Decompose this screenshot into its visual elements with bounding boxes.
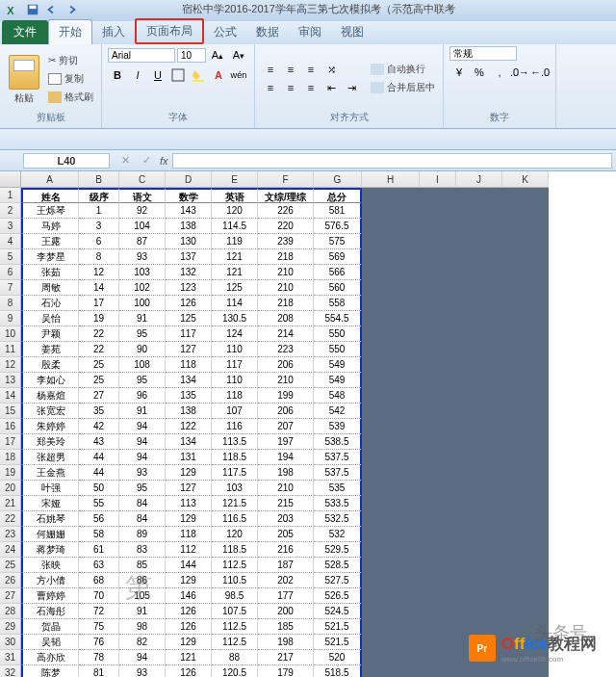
table-cell[interactable]: 14 [79, 280, 119, 296]
table-cell[interactable]: 张宽宏 [21, 404, 79, 419]
table-cell[interactable]: 127 [166, 481, 212, 496]
table-cell[interactable]: 206 [258, 404, 314, 419]
table-cell[interactable]: 560 [314, 280, 362, 296]
table-cell[interactable]: 116 [212, 419, 258, 434]
table-cell[interactable]: 19 [79, 311, 119, 326]
row-header[interactable]: 25 [0, 558, 21, 573]
table-cell[interactable]: 22 [79, 326, 119, 342]
indent-increase-icon[interactable]: ⇥ [342, 79, 361, 96]
table-cell[interactable]: 103 [119, 265, 166, 280]
table-cell[interactable]: 93 [119, 249, 166, 265]
table-cell[interactable]: 146 [166, 588, 212, 604]
table-cell[interactable]: 187 [258, 558, 314, 573]
table-cell[interactable]: 李如心 [21, 373, 79, 388]
table-cell[interactable]: 200 [258, 604, 314, 619]
tab-view[interactable]: 视图 [331, 20, 373, 44]
underline-button[interactable]: U [148, 66, 167, 84]
table-header-cell[interactable]: 级序 [79, 188, 119, 203]
tab-review[interactable]: 审阅 [289, 20, 331, 44]
table-cell[interactable]: 81 [79, 665, 119, 677]
table-cell[interactable]: 高亦欣 [21, 650, 79, 665]
table-cell[interactable]: 93 [119, 465, 166, 481]
table-cell[interactable]: 554.5 [314, 311, 362, 326]
row-header[interactable]: 24 [0, 542, 21, 558]
row-header[interactable]: 26 [0, 573, 21, 588]
table-cell[interactable]: 129 [166, 465, 212, 481]
row-header[interactable]: 19 [0, 465, 21, 481]
decrease-font-icon[interactable]: A▾ [229, 46, 248, 64]
row-header[interactable]: 14 [0, 388, 21, 404]
table-cell[interactable]: 92 [119, 203, 166, 219]
table-cell[interactable]: 581 [314, 203, 362, 219]
table-cell[interactable]: 529.5 [314, 542, 362, 558]
table-cell[interactable]: 61 [79, 542, 119, 558]
accept-formula-icon[interactable]: ✓ [137, 152, 156, 169]
table-cell[interactable]: 朱婷婷 [21, 419, 79, 434]
row-header[interactable]: 28 [0, 604, 21, 619]
increase-font-icon[interactable]: A▴ [208, 46, 227, 64]
table-cell[interactable]: 207 [258, 419, 314, 434]
table-cell[interactable]: 575 [314, 234, 362, 249]
cancel-formula-icon[interactable]: ✕ [116, 152, 135, 169]
table-cell[interactable]: 120 [212, 527, 258, 542]
table-cell[interactable]: 118 [166, 527, 212, 542]
table-cell[interactable]: 121 [212, 249, 258, 265]
row-header[interactable]: 8 [0, 296, 21, 311]
table-cell[interactable]: 129 [166, 635, 212, 650]
table-cell[interactable]: 42 [79, 419, 119, 434]
row-header[interactable]: 5 [0, 249, 21, 265]
table-cell[interactable]: 518.5 [314, 665, 362, 677]
table-cell[interactable]: 210 [258, 280, 314, 296]
table-cell[interactable]: 550 [314, 326, 362, 342]
table-cell[interactable]: 118.5 [212, 450, 258, 465]
table-cell[interactable]: 532.5 [314, 511, 362, 527]
row-header[interactable]: 17 [0, 434, 21, 450]
table-cell[interactable]: 82 [119, 635, 166, 650]
table-cell[interactable]: 李梦星 [21, 249, 79, 265]
table-cell[interactable]: 134 [166, 434, 212, 450]
table-cell[interactable]: 119 [212, 234, 258, 249]
table-cell[interactable]: 125 [166, 311, 212, 326]
table-cell[interactable]: 90 [119, 342, 166, 357]
table-cell[interactable]: 123 [166, 280, 212, 296]
table-cell[interactable]: 112.5 [212, 619, 258, 635]
table-cell[interactable]: 537.5 [314, 465, 362, 481]
row-header[interactable]: 16 [0, 419, 21, 434]
table-cell[interactable]: 尹颖 [21, 326, 79, 342]
name-box[interactable]: L40 [23, 153, 110, 169]
table-cell[interactable]: 98.5 [212, 588, 258, 604]
table-cell[interactable]: 95 [119, 481, 166, 496]
table-cell[interactable]: 44 [79, 450, 119, 465]
column-header[interactable]: C [119, 171, 166, 188]
tab-home[interactable]: 开始 [48, 19, 92, 44]
table-cell[interactable]: 130.5 [212, 311, 258, 326]
table-cell[interactable]: 44 [79, 465, 119, 481]
row-header[interactable]: 7 [0, 280, 21, 296]
row-header[interactable]: 27 [0, 588, 21, 604]
table-cell[interactable]: 70 [79, 588, 119, 604]
column-header[interactable]: F [258, 171, 314, 188]
table-cell[interactable]: 130 [166, 234, 212, 249]
table-cell[interactable]: 542 [314, 404, 362, 419]
table-cell[interactable]: 576.5 [314, 219, 362, 234]
table-cell[interactable]: 198 [258, 635, 314, 650]
table-cell[interactable]: 126 [166, 604, 212, 619]
table-cell[interactable]: 宋娅 [21, 496, 79, 511]
table-cell[interactable]: 12 [79, 265, 119, 280]
column-header[interactable]: E [212, 171, 258, 188]
table-cell[interactable]: 杨嘉煊 [21, 388, 79, 404]
column-header[interactable]: H [362, 171, 420, 188]
table-cell[interactable]: 王金燕 [21, 465, 79, 481]
table-cell[interactable]: 108 [119, 357, 166, 373]
row-header[interactable]: 6 [0, 265, 21, 280]
table-cell[interactable]: 217 [258, 650, 314, 665]
table-cell[interactable]: 63 [79, 558, 119, 573]
table-cell[interactable]: 91 [119, 604, 166, 619]
table-cell[interactable]: 方小倩 [21, 573, 79, 588]
table-cell[interactable]: 143 [166, 203, 212, 219]
table-cell[interactable]: 110 [212, 342, 258, 357]
decrease-decimal-icon[interactable]: ←.0 [530, 64, 550, 81]
indent-decrease-icon[interactable]: ⇤ [321, 79, 341, 96]
table-cell[interactable]: 131 [166, 450, 212, 465]
table-cell[interactable]: 520 [314, 650, 362, 665]
